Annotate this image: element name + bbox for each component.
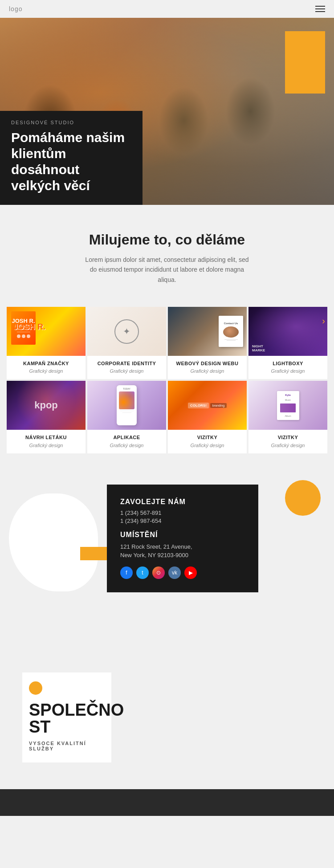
portfolio-thumb-4: NIGHTMARKE ›: [248, 307, 327, 356]
footer: [0, 789, 334, 816]
portfolio-cat-3: Grafický design: [171, 368, 243, 374]
youtube-icon[interactable]: ▶: [184, 566, 197, 579]
portfolio-thumb-7: COLORS! branding: [168, 381, 247, 430]
portfolio-title-3: WEBOVÝ DESIGN WEBU: [171, 360, 243, 367]
portfolio-item-3[interactable]: Contact Us WEBOVÝ DESIGN WEBU Grafický d…: [168, 307, 247, 379]
portfolio-info-7: VIZITKY Grafický design: [168, 430, 247, 453]
portfolio-item-8[interactable]: Kyle Music Album VIZITKY Grafický design: [248, 381, 327, 453]
menu-icon[interactable]: [315, 6, 325, 12]
portfolio-title-4: LIGHTBOXY: [252, 360, 324, 367]
spolecnost-subtitle: VYSOCE KVALITNÍ SLUŽBY: [29, 741, 105, 751]
portfolio-thumb-5: kpop: [7, 381, 86, 430]
orange-dot: [29, 681, 42, 695]
portfolio-cat-7: Grafický design: [171, 443, 243, 448]
portfolio-cat-2: Grafický design: [91, 368, 163, 374]
location-title: UMÍSTĚNÍ: [120, 531, 245, 539]
portfolio-item-4[interactable]: NIGHTMARKE › LIGHTBOXY Grafický design: [248, 307, 327, 379]
portfolio-item-2[interactable]: CORPORATE IDENTITY Grafický design: [87, 307, 166, 379]
twitter-icon[interactable]: t: [136, 566, 149, 579]
contact-card-preview: Contact Us: [219, 316, 243, 347]
hero-subtitle: DESIGNOVÉ STUDIO: [11, 120, 131, 125]
spolecnost-title: SPOLEČNO ST: [29, 701, 105, 735]
portfolio-title-2: CORPORATE IDENTITY: [91, 360, 163, 367]
portfolio-info-2: CORPORATE IDENTITY Grafický design: [87, 356, 166, 379]
portfolio-thumb-1: JOSH R. JOSH ROBERTS FOR POSITIVE: [7, 307, 86, 356]
hero-section: DESIGNOVÉ STUDIO Pomáháme našim klientům…: [0, 18, 334, 205]
orange-circle-decoration: [285, 480, 321, 516]
portfolio-thumb-3: Contact Us: [168, 307, 247, 356]
portfolio-cat-8: Grafický design: [252, 443, 324, 448]
phone-1: 1 (234) 567-891: [120, 509, 245, 516]
vk-icon[interactable]: vk: [168, 566, 181, 579]
portfolio-title-7: VIZITKY: [171, 434, 243, 440]
instagram-icon[interactable]: ⊙: [152, 566, 165, 579]
phone-2: 1 (234) 987-654: [120, 518, 245, 524]
portfolio-info-5: NÁVRH LETÁKU Grafický design: [7, 430, 86, 453]
portfolio-title-1: KAMPAŇ ZNAČKY: [10, 360, 82, 367]
portfolio-item-5[interactable]: kpop NÁVRH LETÁKU Grafický design: [7, 381, 86, 453]
portfolio-info-4: LIGHTBOXY Grafický design: [248, 356, 327, 379]
portfolio-grid: JOSH R. JOSH ROBERTS FOR POSITIVE KAMPAŇ…: [0, 298, 334, 458]
portfolio-thumb-2: [87, 307, 166, 356]
milujeme-heading: Milujeme to, co děláme: [9, 232, 325, 248]
spolecnost-section: SPOLEČNO ST VYSOCE KVALITNÍ SLUŽBY: [0, 628, 334, 789]
orange-accent-rect: [285, 31, 325, 94]
milujeme-section: Milujeme to, co děláme Lorem ipsum dolor…: [0, 205, 334, 298]
portfolio-info-3: WEBOVÝ DESIGN WEBU Grafický design: [168, 356, 247, 379]
portfolio-info-1: KAMPAŇ ZNAČKY Grafický design: [7, 356, 86, 379]
portfolio-item-1[interactable]: JOSH R. JOSH ROBERTS FOR POSITIVE KAMPAŇ…: [7, 307, 86, 379]
logo: logo: [9, 5, 22, 12]
hero-overlay: DESIGNOVÉ STUDIO Pomáháme našim klientům…: [0, 111, 143, 205]
portfolio-thumb-6: TODAY: [87, 381, 166, 430]
portfolio-item-7[interactable]: COLORS! branding VIZITKY Grafický design: [168, 381, 247, 453]
contact-card: ZAVOLEJTE NÁM 1 (234) 567-891 1 (234) 98…: [107, 485, 258, 592]
portfolio-title-6: APLIKACE: [91, 434, 163, 440]
spolecnost-box: SPOLEČNO ST VYSOCE KVALITNÍ SLUŽBY: [22, 672, 111, 762]
facebook-icon[interactable]: f: [120, 566, 133, 579]
milujeme-description: Lorem ipsum dolor sit amet, consectetur …: [82, 255, 252, 285]
portfolio-item-6[interactable]: TODAY APLIKACE Grafický design: [87, 381, 166, 453]
portfolio-cat-4: Grafický design: [252, 368, 324, 374]
portfolio-info-8: VIZITKY Grafický design: [248, 430, 327, 453]
portfolio-cat-1: Grafický design: [10, 368, 82, 374]
portfolio-info-6: APLIKACE Grafický design: [87, 430, 166, 453]
portfolio-title-5: NÁVRH LETÁKU: [10, 434, 82, 440]
call-title: ZAVOLEJTE NÁM: [120, 498, 245, 506]
contact-section: ZAVOLEJTE NÁM 1 (234) 567-891 1 (234) 98…: [0, 458, 334, 628]
corporate-logo: [114, 319, 139, 344]
portfolio-cat-6: Grafický design: [91, 443, 163, 448]
hero-title: Pomáháme našim klientům dosáhnout velkýc…: [11, 130, 131, 194]
portfolio-thumb-8: Kyle Music Album: [248, 381, 327, 430]
header: logo: [0, 0, 334, 18]
social-icons-group: f t ⊙ vk ▶: [120, 566, 245, 579]
contact-address: 121 Rock Sreet, 21 Avenue, New York, NY …: [120, 542, 245, 560]
portfolio-cat-5: Grafický design: [10, 443, 82, 448]
portfolio-title-8: VIZITKY: [252, 434, 324, 440]
white-blob-decoration: [9, 493, 98, 591]
